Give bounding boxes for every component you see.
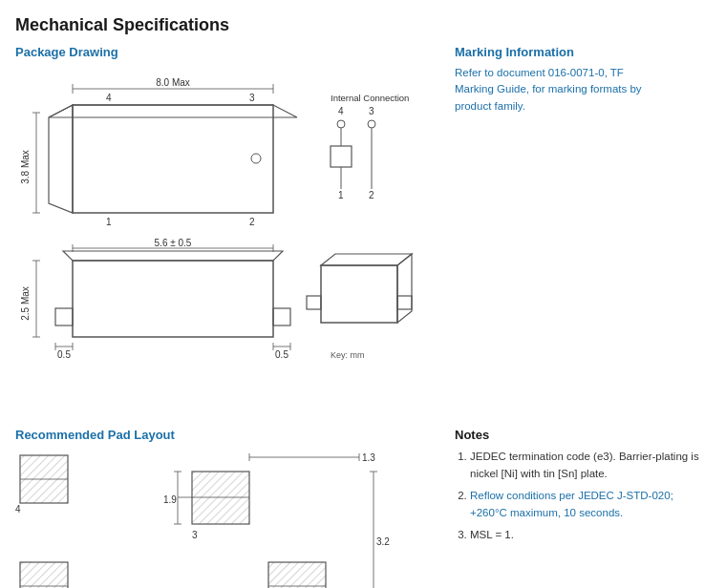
svg-rect-49: [331, 146, 352, 167]
svg-text:5.6 ± 0.5: 5.6 ± 0.5: [155, 238, 192, 248]
right-column: Marking Information Refer to document 01…: [436, 45, 711, 418]
svg-text:1.3: 1.3: [362, 452, 375, 463]
svg-text:1.9: 1.9: [163, 494, 177, 505]
svg-rect-64: [268, 562, 326, 588]
svg-rect-40: [307, 296, 321, 309]
svg-text:3.2: 3.2: [376, 536, 390, 547]
page-title: Mechanical Specifications: [15, 15, 711, 35]
svg-text:3: 3: [369, 106, 374, 116]
svg-marker-39: [397, 254, 412, 323]
svg-rect-10: [73, 105, 273, 213]
svg-text:3: 3: [192, 530, 198, 540]
svg-point-13: [251, 154, 261, 163]
svg-rect-24: [73, 261, 273, 337]
svg-text:2: 2: [249, 217, 255, 227]
notes-section: Notes JEDEC termination code (e3). Barri…: [436, 428, 711, 588]
svg-text:8.0 Max: 8.0 Max: [156, 77, 190, 88]
bottom-section: Recommended Pad Layout 4 1: [15, 428, 711, 588]
svg-text:4: 4: [338, 106, 344, 116]
note-item-2: Reflow conditions per JEDEC J-STD-020; +…: [470, 487, 711, 522]
svg-marker-38: [321, 254, 412, 265]
marking-text: Refer to document 016-0071-0, TF Marking…: [455, 65, 665, 115]
svg-text:1: 1: [106, 217, 112, 227]
notes-title: Notes: [455, 428, 711, 442]
pad-layout-title: Recommended Pad Layout: [15, 428, 436, 442]
pad-layout-section: Recommended Pad Layout 4 1: [15, 428, 436, 588]
svg-rect-41: [397, 296, 412, 309]
svg-text:0.5: 0.5: [275, 349, 288, 360]
pad-layout-svg: 4 1 3 2 1.3: [15, 448, 416, 588]
svg-rect-58: [20, 562, 68, 588]
svg-text:4: 4: [15, 504, 21, 514]
svg-rect-61: [192, 472, 249, 524]
svg-marker-12: [49, 105, 297, 117]
notes-list: JEDEC termination code (e3). Barrier-pla…: [455, 448, 711, 543]
note-item-1: JEDEC termination code (e3). Barrier-pla…: [470, 448, 711, 483]
pad-layout-drawing: 4 1 3 2 1.3: [15, 448, 416, 588]
svg-text:Key:  mm: Key: mm: [331, 350, 365, 360]
svg-marker-11: [49, 105, 73, 213]
svg-text:1: 1: [338, 190, 344, 200]
svg-text:3: 3: [249, 93, 255, 103]
svg-rect-37: [321, 265, 397, 323]
svg-text:4: 4: [106, 93, 112, 103]
svg-rect-26: [55, 308, 73, 326]
svg-text:2: 2: [369, 190, 374, 200]
svg-text:2.5 Max: 2.5 Max: [20, 286, 31, 321]
svg-text:0.5: 0.5: [57, 349, 71, 360]
svg-point-45: [337, 120, 345, 128]
note-item-3: MSL = 1.: [470, 526, 711, 543]
package-drawing-title: Package Drawing: [15, 45, 436, 59]
package-drawing-svg: 8.0 Max 4 3 3.8 Max 1 2: [15, 65, 416, 418]
top-section: Package Drawing 8.0 Max 4 3 3.8 Max: [15, 45, 711, 418]
svg-marker-25: [63, 251, 283, 261]
svg-text:Internal Connection: Internal Connection: [331, 93, 409, 103]
package-drawing: 8.0 Max 4 3 3.8 Max 1 2: [15, 65, 416, 418]
svg-text:3.8 Max: 3.8 Max: [20, 150, 31, 184]
marking-info-title: Marking Information: [455, 45, 711, 59]
svg-rect-27: [273, 308, 290, 326]
svg-point-46: [368, 120, 375, 128]
left-column: Package Drawing 8.0 Max 4 3 3.8 Max: [15, 45, 436, 418]
